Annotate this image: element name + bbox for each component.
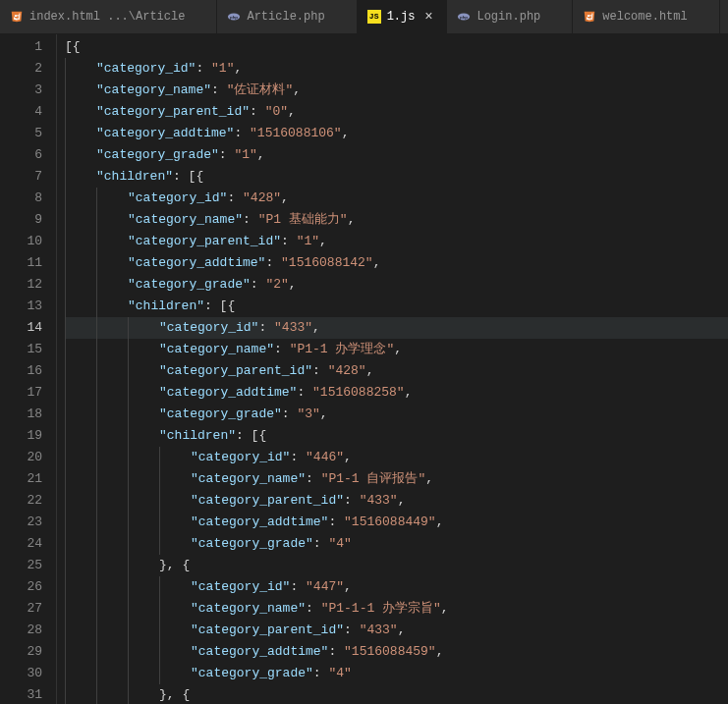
code-line[interactable]: "category_id": "447",: [65, 576, 728, 598]
json-punct: ,: [234, 61, 242, 76]
json-string: "4": [328, 666, 351, 680]
indent-guide: [65, 663, 96, 684]
indent-guide: [96, 447, 128, 468]
json-punct: ,: [436, 644, 444, 659]
json-punct: :: [344, 493, 360, 508]
indent-guide: [65, 317, 96, 339]
json-string: "3": [297, 406, 319, 421]
code-line[interactable]: "category_parent_id": "433",: [65, 620, 728, 641]
code-line[interactable]: "category_grade": "3",: [65, 404, 728, 425]
indent-guide: [128, 490, 159, 512]
json-key: "category_addtime": [191, 644, 328, 659]
indent-guide: [65, 404, 96, 425]
code-line[interactable]: "category_addtime": "1516088106",: [65, 123, 728, 144]
json-punct: :: [312, 363, 328, 378]
indent-guide: [128, 317, 159, 339]
tab-index[interactable]: index.html ...\Article×: [0, 0, 217, 33]
code-line[interactable]: "category_id": "446",: [65, 447, 728, 468]
json-punct: }, {: [159, 558, 190, 572]
code-line[interactable]: "category_addtime": "1516088142",: [65, 252, 728, 274]
code-area[interactable]: [{"category_id": "1","category_name": "佐…: [57, 34, 728, 704]
indent-guide: [128, 641, 159, 663]
json-punct: :: [281, 234, 297, 248]
line-number: 1: [0, 36, 42, 58]
json-punct: ,: [436, 514, 444, 529]
json-punct: :: [227, 190, 243, 205]
tab-1[interactable]: JS1.js×: [358, 0, 448, 33]
indent-guide: [96, 663, 128, 684]
indent-guide: [128, 425, 159, 447]
json-punct: :: [274, 342, 290, 356]
code-line[interactable]: "category_name": "P1-1 办学理念",: [65, 339, 728, 360]
code-line[interactable]: "category_name": "P1-1 自评报告",: [65, 468, 728, 490]
code-line[interactable]: "children": [{: [65, 166, 728, 188]
line-number: 28: [0, 620, 42, 641]
json-string: "P1 基础能力": [258, 212, 348, 227]
code-line[interactable]: }, {: [65, 555, 728, 576]
json-key: "category_addtime": [159, 385, 297, 400]
code-line[interactable]: "children": [{: [65, 296, 728, 317]
tab-article[interactable]: phpArticle.php×: [217, 0, 357, 33]
line-number: 21: [0, 468, 42, 490]
indent-guide: [65, 598, 96, 620]
json-punct: ,: [289, 277, 297, 292]
code-line[interactable]: "category_id": "1",: [65, 58, 728, 80]
tab-index[interactable]: index.h×: [720, 0, 728, 33]
indent-guide: [159, 490, 191, 512]
json-key: "category_parent_id": [191, 493, 344, 508]
json-punct: }, {: [159, 687, 190, 702]
line-number: 7: [0, 166, 42, 188]
code-line[interactable]: "category_id": "428",: [65, 188, 728, 209]
json-punct: ,: [348, 212, 356, 227]
json-key: "category_name": [159, 342, 274, 356]
indent-guide: [128, 684, 159, 704]
line-number: 19: [0, 425, 42, 447]
json-punct: ,: [366, 363, 374, 378]
indent-guide: [96, 274, 128, 296]
code-line[interactable]: "category_grade": "4": [65, 533, 728, 555]
tab-login[interactable]: phpLogin.php×: [447, 0, 573, 33]
json-punct: ,: [319, 234, 327, 248]
json-string: "1516088142": [281, 255, 373, 270]
tab-welcome[interactable]: welcome.html×: [573, 0, 719, 33]
code-line[interactable]: "category_grade": "2",: [65, 274, 728, 296]
code-line[interactable]: "category_parent_id": "433",: [65, 490, 728, 512]
line-number: 18: [0, 404, 42, 425]
json-string: "433": [360, 493, 398, 508]
code-line[interactable]: [{: [65, 36, 728, 58]
code-line[interactable]: }, {: [65, 684, 728, 704]
indent-guide: [128, 404, 159, 425]
code-line[interactable]: "category_grade": "4": [65, 663, 728, 684]
json-punct: :: [306, 471, 321, 486]
json-key: "category_addtime": [96, 126, 234, 140]
code-line[interactable]: "category_id": "433",: [65, 317, 728, 339]
code-line[interactable]: "category_parent_id": "428",: [65, 360, 728, 382]
json-key: "children": [159, 428, 236, 443]
json-punct: :: [219, 147, 235, 162]
code-line[interactable]: "category_name": "佐证材料",: [65, 80, 728, 101]
json-string: "4": [328, 536, 351, 551]
json-string: "1516088449": [344, 514, 436, 529]
indent-guide: [96, 252, 128, 274]
code-line[interactable]: "children": [{: [65, 425, 728, 447]
code-line[interactable]: "category_name": "P1-1-1 办学宗旨",: [65, 598, 728, 620]
code-line[interactable]: "category_grade": "1",: [65, 144, 728, 166]
close-icon[interactable]: ×: [420, 9, 436, 25]
line-number: 13: [0, 296, 42, 317]
code-line[interactable]: "category_addtime": "1516088449",: [65, 512, 728, 533]
json-punct: :: [211, 82, 227, 97]
indent-guide: [65, 188, 96, 209]
code-line[interactable]: "category_addtime": "1516088459",: [65, 641, 728, 663]
code-line[interactable]: "category_addtime": "1516088258",: [65, 382, 728, 404]
indent-guide: [159, 447, 191, 468]
tab-label: Login.php: [476, 10, 540, 24]
tab-bar: index.html ...\Article×phpArticle.php×JS…: [0, 0, 728, 34]
code-line[interactable]: "category_name": "P1 基础能力",: [65, 209, 728, 231]
indent-guide: [96, 339, 128, 360]
code-line[interactable]: "category_parent_id": "0",: [65, 101, 728, 123]
indent-guide: [96, 641, 128, 663]
json-punct: ,: [288, 104, 296, 119]
indent-guide: [65, 252, 96, 274]
json-key: "category_id": [96, 61, 196, 76]
code-line[interactable]: "category_parent_id": "1",: [65, 231, 728, 252]
